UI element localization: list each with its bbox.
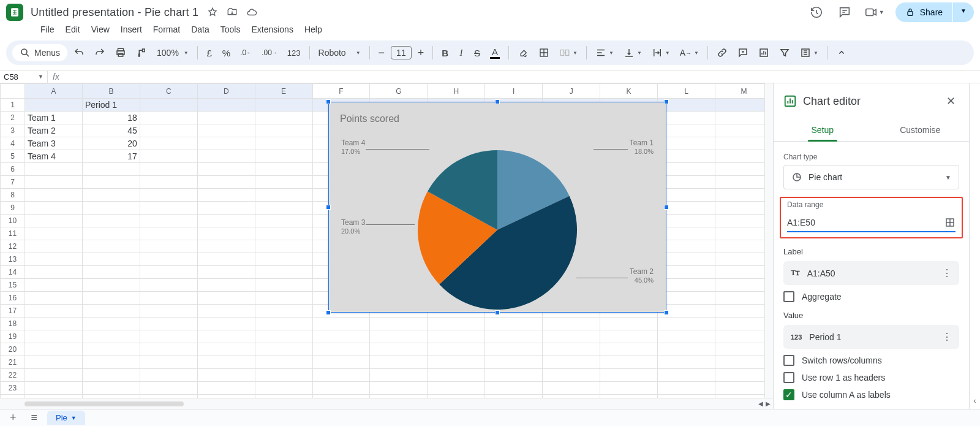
row1-headers-checkbox-row[interactable]: Use row 1 as headers xyxy=(783,372,959,383)
cell[interactable] xyxy=(197,279,255,292)
cell[interactable] xyxy=(140,279,197,292)
cell[interactable] xyxy=(24,99,82,112)
cell[interactable] xyxy=(370,356,428,369)
cell[interactable] xyxy=(255,189,312,202)
cell[interactable] xyxy=(82,356,140,369)
resize-handle[interactable] xyxy=(326,205,331,210)
borders-button[interactable] xyxy=(535,44,553,61)
strikethrough-button[interactable]: S xyxy=(470,44,484,61)
cell[interactable] xyxy=(82,330,140,343)
cell[interactable] xyxy=(140,266,197,279)
cell[interactable] xyxy=(82,227,140,240)
cell[interactable] xyxy=(543,330,600,343)
cell[interactable] xyxy=(485,330,543,343)
menu-view[interactable]: View xyxy=(86,22,115,37)
value-field[interactable]: 123 Period 1 ⋮ xyxy=(783,325,959,349)
cell[interactable] xyxy=(485,343,543,356)
decrease-decimal-button[interactable]: .0← xyxy=(236,44,255,61)
bold-button[interactable]: B xyxy=(438,44,452,61)
cell[interactable] xyxy=(255,305,312,318)
cell[interactable] xyxy=(428,369,485,382)
cell[interactable] xyxy=(140,124,197,137)
cell[interactable] xyxy=(197,330,255,343)
cell[interactable] xyxy=(312,343,370,356)
cell[interactable] xyxy=(140,318,197,330)
cell[interactable]: Team 1 xyxy=(24,112,82,124)
cell[interactable] xyxy=(600,356,658,369)
menu-data[interactable]: Data xyxy=(186,22,214,37)
chart-type-dropdown[interactable]: Pie chart ▼ xyxy=(783,165,959,189)
cell[interactable] xyxy=(485,369,543,382)
cell[interactable] xyxy=(82,369,140,382)
cell[interactable] xyxy=(82,343,140,356)
undo-button[interactable] xyxy=(70,44,88,61)
cell[interactable] xyxy=(197,356,255,369)
comments-icon[interactable] xyxy=(836,4,853,21)
cell[interactable] xyxy=(312,356,370,369)
cell[interactable] xyxy=(197,343,255,356)
cell[interactable] xyxy=(543,369,600,382)
close-panel-button[interactable]: ✕ xyxy=(943,91,959,112)
cell[interactable] xyxy=(24,266,82,279)
checkbox-unchecked-icon[interactable] xyxy=(783,355,794,366)
increase-decimal-button[interactable]: .00→ xyxy=(258,44,281,61)
cell[interactable] xyxy=(197,253,255,266)
row-header[interactable]: 4 xyxy=(1,137,25,150)
currency-button[interactable]: £ xyxy=(203,44,216,61)
cell[interactable] xyxy=(140,240,197,253)
cell[interactable] xyxy=(24,240,82,253)
cell[interactable] xyxy=(140,227,197,240)
menu-edit[interactable]: Edit xyxy=(61,22,85,37)
col-header-g[interactable]: G xyxy=(370,84,428,99)
data-range-field[interactable] xyxy=(787,213,956,232)
cell[interactable] xyxy=(24,305,82,318)
more-icon[interactable]: ⋮ xyxy=(942,267,952,279)
col-header-k[interactable]: K xyxy=(600,84,658,99)
toolbar-overflow-button[interactable] xyxy=(832,44,851,61)
cell[interactable] xyxy=(255,266,312,279)
cell[interactable] xyxy=(140,382,197,395)
col-header-l[interactable]: L xyxy=(658,84,715,99)
zoom-dropdown[interactable]: 100%▼ xyxy=(153,44,192,61)
row-header[interactable]: 22 xyxy=(1,369,25,382)
functions-button[interactable]: ▼ xyxy=(796,44,822,61)
resize-handle[interactable] xyxy=(495,99,500,104)
cell[interactable] xyxy=(24,227,82,240)
col-header-d[interactable]: D xyxy=(197,84,255,99)
cell[interactable]: Team 4 xyxy=(24,150,82,163)
menu-extensions[interactable]: Extensions xyxy=(246,22,298,37)
cell[interactable] xyxy=(197,318,255,330)
cell[interactable] xyxy=(140,215,197,227)
cell[interactable] xyxy=(197,369,255,382)
cell[interactable] xyxy=(140,356,197,369)
cell[interactable] xyxy=(140,305,197,318)
cell[interactable] xyxy=(197,305,255,318)
sheets-app-icon[interactable] xyxy=(6,4,23,21)
cell[interactable] xyxy=(82,240,140,253)
cell[interactable] xyxy=(312,330,370,343)
cell[interactable] xyxy=(140,202,197,215)
cell[interactable] xyxy=(24,292,82,305)
cell[interactable] xyxy=(197,202,255,215)
row-header[interactable]: 20 xyxy=(1,343,25,356)
cell[interactable] xyxy=(197,163,255,176)
cell[interactable] xyxy=(82,253,140,266)
cell[interactable]: 18 xyxy=(82,112,140,124)
cell[interactable]: Team 3 xyxy=(24,137,82,150)
cell[interactable] xyxy=(658,330,715,343)
spreadsheet-area[interactable]: A B C D E F G H I J K L M 1Period 12Team… xyxy=(0,83,773,409)
cell[interactable] xyxy=(255,99,312,112)
cell[interactable] xyxy=(485,318,543,330)
text-rotation-button[interactable]: A→▼ xyxy=(676,44,703,61)
row-header[interactable]: 7 xyxy=(1,176,25,189)
cell[interactable] xyxy=(255,369,312,382)
add-sheet-button[interactable]: + xyxy=(5,409,21,426)
cell[interactable] xyxy=(82,176,140,189)
cell[interactable] xyxy=(197,215,255,227)
cell[interactable] xyxy=(255,124,312,137)
cell[interactable] xyxy=(543,343,600,356)
cell[interactable] xyxy=(24,382,82,395)
cell[interactable] xyxy=(82,266,140,279)
cell[interactable] xyxy=(255,202,312,215)
increase-font-size-button[interactable]: + xyxy=(414,44,428,61)
